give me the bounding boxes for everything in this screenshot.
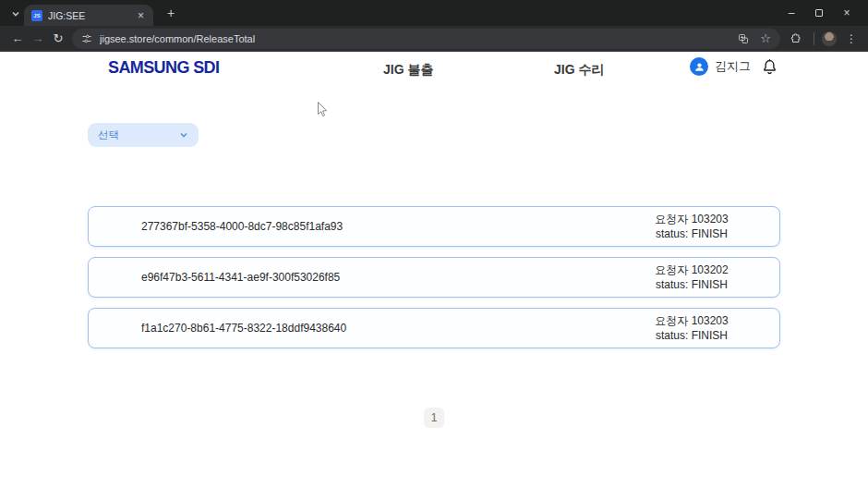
tab-search-button[interactable]: [8, 6, 23, 21]
browser-menu-icon[interactable]: ⋮: [842, 29, 861, 49]
address-bar[interactable]: jigsee.store/common/ReleaseTotal ☆: [72, 29, 780, 49]
tab-title: JIG:SEE: [48, 10, 136, 21]
status-label: status: FINISH: [641, 277, 742, 292]
minimize-button[interactable]: –: [778, 0, 805, 26]
url-text[interactable]: jigsee.store/common/ReleaseTotal: [100, 33, 738, 44]
release-item-card[interactable]: 277367bf-5358-4000-8dc7-98c85f1afa93 요청자…: [88, 206, 780, 247]
reload-button[interactable]: ↻: [48, 29, 68, 49]
translate-icon[interactable]: [738, 33, 749, 44]
back-button[interactable]: ←: [7, 29, 28, 49]
site-favicon-icon: JS: [31, 10, 42, 21]
release-uuid: 277367bf-5358-4000-8dc7-98c85f1afa93: [141, 220, 343, 233]
user-avatar-icon[interactable]: [690, 57, 708, 76]
user-group: 김지그: [690, 57, 778, 76]
status-label: status: FINISH: [641, 328, 742, 343]
chevron-down-icon: [179, 127, 188, 143]
release-total-page: SAMSUNG SDI JIG 불출 JIG 수리 김지그 선택: [0, 52, 868, 488]
release-uuid: f1a1c270-8b61-4775-8322-18ddf9438640: [141, 322, 346, 335]
nav-jig-release[interactable]: JIG 불출: [383, 62, 433, 79]
filter-select-label: 선택: [98, 128, 119, 142]
browser-toolbar: ← → ↻ jigsee.store/common/ReleaseTotal ☆: [0, 26, 868, 52]
toolbar-divider: [814, 32, 814, 45]
site-settings-icon[interactable]: [81, 33, 92, 44]
release-item-card[interactable]: e96f47b3-5611-4341-ae9f-300f53026f85 요청자…: [88, 257, 780, 298]
filter-select[interactable]: 선택: [88, 123, 199, 147]
release-meta: 요청자 103202 status: FINISH: [641, 262, 742, 292]
release-item-card[interactable]: f1a1c270-8b61-4775-8322-18ddf9438640 요청자…: [88, 308, 780, 348]
tab-close-icon[interactable]: ×: [136, 9, 146, 22]
nav-jig-repair[interactable]: JIG 수리: [554, 62, 604, 79]
pagination-page-1[interactable]: 1: [424, 408, 444, 428]
release-uuid: e96f47b3-5611-4341-ae9f-300f53026f85: [141, 271, 340, 284]
maximize-button[interactable]: [805, 0, 833, 26]
requester-label: 요청자 103203: [641, 212, 742, 226]
browser-tab-strip: JS JIG:SEE × + – ×: [0, 0, 868, 26]
forward-button[interactable]: →: [28, 29, 48, 49]
brand-logo[interactable]: SAMSUNG SDI: [108, 58, 219, 78]
requester-label: 요청자 103203: [641, 313, 742, 328]
maximize-icon: [815, 9, 823, 17]
browser-profile-avatar[interactable]: [822, 31, 837, 46]
extensions-icon[interactable]: [786, 29, 806, 49]
release-meta: 요청자 103203 status: FINISH: [641, 212, 742, 241]
chevron-down-icon: [11, 6, 20, 22]
mouse-cursor-icon: [317, 102, 330, 118]
bookmark-star-icon[interactable]: ☆: [760, 31, 771, 45]
window-controls: – ×: [778, 0, 861, 26]
browser-tab[interactable]: JS JIG:SEE ×: [24, 5, 153, 26]
release-meta: 요청자 103203 status: FINISH: [641, 313, 742, 343]
status-label: status: FINISH: [641, 226, 742, 241]
notification-bell-icon[interactable]: [761, 57, 778, 76]
close-button[interactable]: ×: [833, 0, 861, 26]
requester-label: 요청자 103202: [641, 262, 742, 277]
user-name: 김지그: [715, 58, 751, 75]
new-tab-button[interactable]: +: [163, 5, 179, 21]
